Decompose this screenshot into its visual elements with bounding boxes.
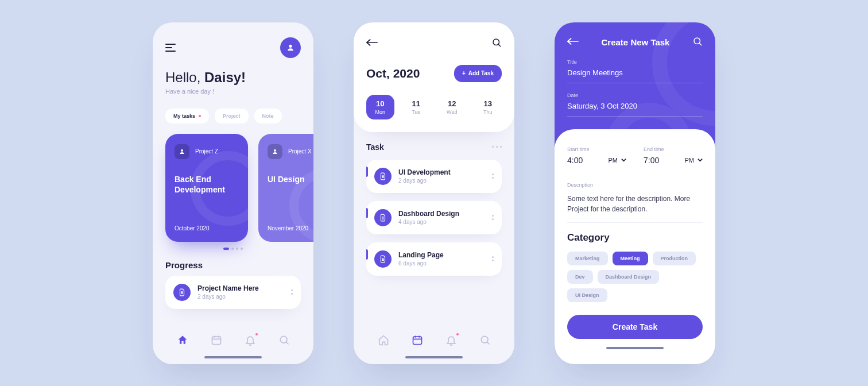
add-task-label: Add Task <box>468 70 494 76</box>
svg-rect-0 <box>212 337 220 344</box>
chip-meeting[interactable]: Meeting <box>613 252 648 265</box>
progress-title: Project Name Here <box>197 284 259 292</box>
chip-label: Dashboard Design <box>606 274 652 280</box>
menu-icon[interactable] <box>165 44 176 52</box>
end-time-field[interactable]: End time 7:00 PM <box>644 146 703 169</box>
more-icon[interactable] <box>492 173 494 179</box>
tab-project[interactable]: Project <box>215 109 249 123</box>
calendar-panel: Oct, 2020 +Add Task 10Mon 11Tue 12Wed 13… <box>354 22 514 132</box>
ampm-dropdown[interactable]: PM <box>685 157 703 164</box>
task-heading: Task <box>366 142 384 152</box>
add-task-button[interactable]: +Add Task <box>454 65 502 82</box>
create-task-button[interactable]: Create Task <box>567 315 703 339</box>
nav-bell[interactable] <box>245 334 256 346</box>
more-icon[interactable] <box>492 256 494 261</box>
day-of-week: Mon <box>366 109 394 115</box>
description-field[interactable]: Description Some text here for the descr… <box>567 182 703 223</box>
task-list: UI Development2 days ago Dashboard Desig… <box>366 160 502 276</box>
task-item[interactable]: UI Development2 days ago <box>366 160 502 193</box>
day-option[interactable]: 11Tue <box>402 95 431 119</box>
filter-tabs: My tasks Project Note <box>165 109 301 123</box>
chip-dev[interactable]: Dev <box>567 270 593 284</box>
task-item[interactable]: Dashboard Design4 days ago <box>366 201 502 234</box>
tab-note[interactable]: Note <box>254 109 282 123</box>
tab-label: Note <box>262 113 274 119</box>
chip-dashboard-design[interactable]: Dashboard Design <box>598 270 660 284</box>
chip-label: Production <box>661 256 688 261</box>
chip-production[interactable]: Production <box>653 252 696 265</box>
day-number: 11 <box>402 99 431 108</box>
back-button[interactable] <box>366 38 378 49</box>
nav-home[interactable] <box>378 334 389 346</box>
month-label: Oct, 2020 <box>366 67 420 80</box>
nav-calendar[interactable] <box>412 334 423 346</box>
task-subtitle: 2 days ago <box>398 177 451 184</box>
project-date: November 2020 <box>268 225 308 231</box>
carousel-dots[interactable] <box>165 248 301 250</box>
project-date: October 2020 <box>175 225 210 231</box>
project-name: Project X <box>288 148 312 155</box>
project-card[interactable]: Project Z Back EndDevelopment October 20… <box>165 134 248 242</box>
chip-label: Meeting <box>621 256 640 261</box>
back-button[interactable] <box>567 37 579 48</box>
task-title: UI Development <box>398 168 451 176</box>
profile-button[interactable] <box>280 37 301 58</box>
search-icon[interactable] <box>491 37 502 50</box>
dot-indicator <box>199 115 201 117</box>
bottom-nav <box>165 324 301 356</box>
document-icon <box>374 209 392 226</box>
day-number: 13 <box>474 99 502 108</box>
chevron-down-icon <box>621 157 626 163</box>
field-label: Start time <box>567 146 626 152</box>
ampm-label: PM <box>609 157 618 164</box>
title-field[interactable]: Title Design Meetings <box>567 59 703 83</box>
document-icon <box>374 250 392 268</box>
progress-item[interactable]: Project Name Here 2 days ago <box>165 276 301 309</box>
chip-ui-design[interactable]: UI Design <box>567 288 607 302</box>
day-of-week: Thu <box>474 109 502 115</box>
more-icon[interactable] <box>492 215 494 220</box>
home-indicator <box>405 356 463 358</box>
day-option[interactable]: 13Thu <box>474 95 502 119</box>
task-title: Landing Page <box>398 251 444 259</box>
task-item[interactable]: Landing Page6 days ago <box>366 242 502 276</box>
time-value: 4:00 <box>567 156 583 165</box>
decorative-circle <box>191 151 248 226</box>
chip-label: Marketing <box>575 256 600 261</box>
day-of-week: Wed <box>438 109 466 115</box>
svg-point-1 <box>280 336 287 343</box>
notification-dot <box>456 333 459 335</box>
bottom-nav <box>366 324 502 356</box>
project-cards: Project Z Back EndDevelopment October 20… <box>165 134 301 242</box>
greeting: Hello, Daisy! <box>165 70 301 86</box>
task-subtitle: 6 days ago <box>398 260 444 267</box>
more-icon[interactable] <box>492 146 502 148</box>
nav-calendar[interactable] <box>211 334 222 346</box>
user-icon <box>286 43 295 52</box>
nav-search[interactable] <box>278 334 290 346</box>
field-label: Title <box>567 59 703 65</box>
more-icon[interactable] <box>291 290 293 295</box>
button-label: Create Task <box>613 322 657 331</box>
calendar-screen: Oct, 2020 +Add Task 10Mon 11Tue 12Wed 13… <box>354 22 514 364</box>
ampm-label: PM <box>685 157 695 164</box>
create-task-screen: Create New Task Title Design Meetings Da… <box>555 22 715 364</box>
start-time-field[interactable]: Start time 4:00 PM <box>567 146 626 169</box>
chip-marketing[interactable]: Marketing <box>567 252 608 265</box>
project-owner-icon <box>175 144 189 159</box>
tab-my-tasks[interactable]: My tasks <box>165 109 209 123</box>
ampm-dropdown[interactable]: PM <box>609 157 627 164</box>
document-icon <box>173 284 191 301</box>
bottom-sheet: Start time 4:00 PM End time 7:00 PM Desc… <box>555 129 715 364</box>
category-heading: Category <box>567 232 703 244</box>
svg-rect-3 <box>413 337 421 344</box>
project-card[interactable]: Project X UI Design November 2020 <box>258 134 313 242</box>
nav-search[interactable] <box>479 334 491 346</box>
tab-label: My tasks <box>173 113 195 119</box>
nav-home[interactable] <box>177 334 188 346</box>
nav-bell[interactable] <box>445 334 457 346</box>
day-option[interactable]: 10Mon <box>366 95 394 119</box>
tab-label: Project <box>223 113 241 119</box>
date-field[interactable]: Date Saturday, 3 Oct 2020 <box>567 92 703 117</box>
day-option[interactable]: 12Wed <box>438 95 466 119</box>
